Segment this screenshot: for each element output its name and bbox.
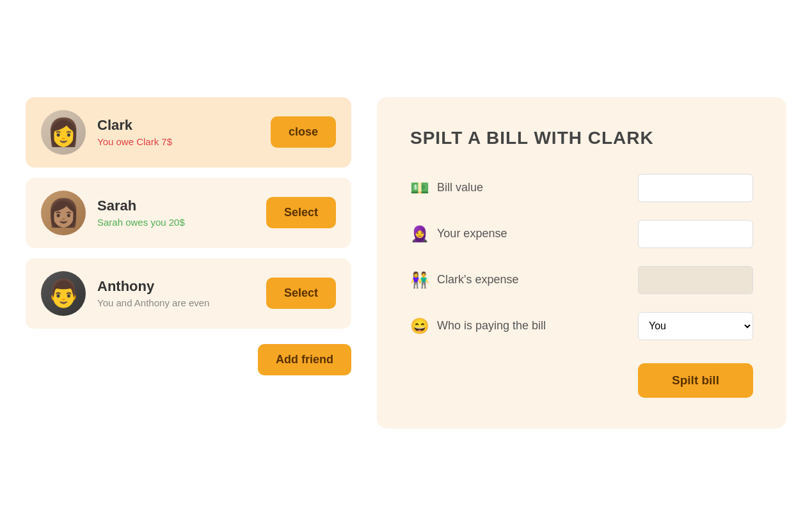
bill-title: SPILT A BILL WITH CLARK (410, 128, 753, 148)
clarks-expense-input (638, 266, 753, 294)
select-button-sarah[interactable]: Select (266, 197, 336, 228)
bill-value-input[interactable] (638, 174, 753, 202)
your-expense-icon: 🧕 (410, 225, 429, 243)
friends-panel: Clark You owe Clark 7$ close Sarah Sarah… (26, 97, 351, 375)
friend-status-clark: You owe Clark 7$ (97, 136, 259, 147)
clarks-expense-icon: 👫 (410, 271, 429, 289)
select-button-anthony[interactable]: Select (266, 278, 336, 309)
friend-info-sarah: Sarah Sarah owes you 20$ (97, 198, 255, 228)
close-button-clark[interactable]: close (271, 116, 336, 148)
bill-value-row: 💵 Bill value (410, 174, 753, 202)
friend-name-sarah: Sarah (97, 198, 255, 214)
friend-card-clark: Clark You owe Clark 7$ close (26, 97, 351, 168)
your-expense-input[interactable] (638, 220, 753, 248)
payer-select[interactable]: You Clark (638, 312, 753, 340)
submit-row: Spilt bill (410, 363, 753, 398)
avatar-clark (41, 110, 86, 155)
friend-name-clark: Clark (97, 117, 259, 134)
friend-name-anthony: Anthony (97, 278, 255, 295)
avatar-anthony (41, 271, 86, 316)
friend-info-clark: Clark You owe Clark 7$ (97, 117, 259, 147)
add-friend-row: Add friend (26, 344, 351, 375)
add-friend-button[interactable]: Add friend (258, 344, 351, 375)
friend-info-anthony: Anthony You and Anthony are even (97, 278, 255, 308)
your-expense-label: 🧕 Your expense (410, 225, 507, 243)
friend-status-sarah: Sarah owes you 20$ (97, 217, 255, 228)
payer-row: 😄 Who is paying the bill You Clark (410, 312, 753, 340)
bill-value-icon: 💵 (410, 179, 429, 197)
bill-panel: SPILT A BILL WITH CLARK 💵 Bill value 🧕 Y… (377, 97, 786, 428)
your-expense-row: 🧕 Your expense (410, 220, 753, 248)
clarks-expense-label: 👫 Clark's expense (410, 271, 519, 289)
friend-status-anthony: You and Anthony are even (97, 297, 255, 308)
bill-value-label: 💵 Bill value (410, 179, 483, 197)
friend-card-sarah: Sarah Sarah owes you 20$ Select (26, 178, 351, 248)
bill-form: 💵 Bill value 🧕 Your expense 👫 Clark's ex… (410, 174, 753, 398)
main-container: Clark You owe Clark 7$ close Sarah Sarah… (0, 72, 812, 454)
payer-label: 😄 Who is paying the bill (410, 317, 546, 335)
split-bill-button[interactable]: Spilt bill (638, 363, 753, 398)
avatar-sarah (41, 191, 86, 235)
payer-icon: 😄 (410, 317, 429, 335)
friend-card-anthony: Anthony You and Anthony are even Select (26, 258, 351, 329)
clarks-expense-row: 👫 Clark's expense (410, 266, 753, 294)
